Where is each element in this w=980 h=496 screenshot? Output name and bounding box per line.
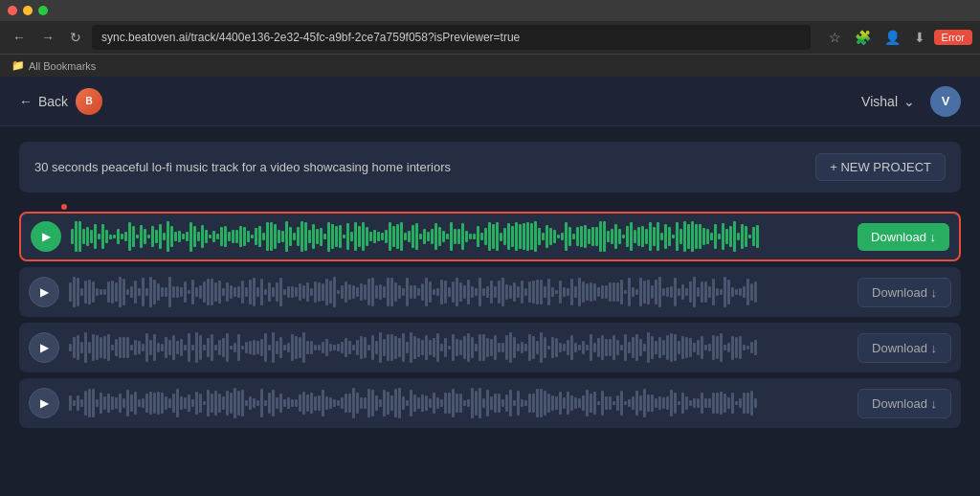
forward-nav-button[interactable]: → bbox=[36, 28, 59, 47]
waveform-bar bbox=[509, 390, 512, 417]
waveform-bar bbox=[473, 234, 476, 240]
waveform-bar bbox=[304, 222, 307, 252]
profile-button[interactable]: 👤 bbox=[880, 28, 905, 47]
waveform-bar bbox=[657, 222, 659, 250]
minimize-dot[interactable] bbox=[23, 6, 33, 15]
waveform-bar bbox=[253, 340, 256, 355]
waveform-bar bbox=[701, 336, 703, 359]
waveform-bar bbox=[88, 280, 91, 304]
waveform-bar bbox=[433, 393, 435, 413]
waveform-bar bbox=[186, 232, 189, 241]
waveform-bar bbox=[138, 399, 141, 408]
waveform-bar bbox=[383, 286, 386, 298]
track-row: ▶ Download ↓ bbox=[19, 323, 961, 372]
waveform-bar bbox=[674, 278, 677, 307]
waveform-bar bbox=[195, 287, 198, 298]
waveform-bar bbox=[479, 334, 481, 361]
waveform-bar bbox=[727, 397, 730, 408]
download-label-2: Download ↓ bbox=[872, 285, 937, 300]
download-button-1[interactable]: Download ↓ bbox=[858, 223, 949, 251]
waveform-bar bbox=[436, 288, 439, 296]
waveform-bar bbox=[203, 282, 206, 302]
waveform-bar bbox=[138, 341, 141, 354]
download-button-2[interactable]: Download ↓ bbox=[858, 278, 951, 307]
waveform-bar bbox=[115, 282, 118, 301]
waveform-bar bbox=[228, 232, 231, 242]
waveform-bar bbox=[643, 281, 646, 304]
waveform-bar bbox=[172, 286, 175, 298]
waveform-bar bbox=[643, 344, 646, 350]
waveform-bar bbox=[741, 224, 744, 249]
waveform-bar bbox=[471, 286, 474, 297]
waveform-bar bbox=[360, 336, 363, 359]
waveform-bar bbox=[578, 345, 581, 350]
waveform-bar bbox=[287, 343, 290, 353]
waveform-bar bbox=[612, 401, 615, 406]
waveform-bar bbox=[588, 229, 590, 244]
waveform-bar bbox=[546, 225, 548, 249]
waveform-bar bbox=[701, 393, 703, 413]
waveform-bar bbox=[157, 392, 160, 414]
play-button-4[interactable]: ▶ bbox=[29, 388, 59, 418]
waveform-bar bbox=[268, 345, 271, 350]
bookmark-button[interactable]: ☆ bbox=[824, 28, 846, 47]
chevron-down-icon: ⌄ bbox=[903, 94, 915, 109]
waveform-bar bbox=[578, 398, 581, 407]
close-dot[interactable] bbox=[8, 6, 17, 15]
waveform-bar bbox=[283, 289, 286, 296]
waveform-bar bbox=[651, 285, 654, 299]
waveform-bar bbox=[729, 226, 732, 248]
back-button[interactable]: ← Back bbox=[19, 94, 68, 109]
waveform-bar bbox=[521, 399, 523, 407]
waveform-bar bbox=[188, 333, 190, 362]
waveform-bar bbox=[142, 344, 145, 350]
waveform-bar bbox=[404, 233, 407, 239]
waveform-bar bbox=[563, 287, 566, 298]
play-button-2[interactable]: ▶ bbox=[29, 277, 59, 307]
waveform-bar bbox=[574, 343, 577, 351]
user-menu[interactable]: Vishal ⌄ bbox=[861, 94, 915, 109]
waveform-bar bbox=[149, 340, 152, 356]
waveform-bar bbox=[310, 393, 313, 414]
waveform-bar bbox=[714, 224, 717, 250]
waveform-bar bbox=[551, 287, 554, 296]
waveform-bar bbox=[165, 337, 167, 358]
waveform-bar bbox=[230, 285, 233, 298]
waveform-bar bbox=[417, 338, 420, 357]
new-project-button[interactable]: + NEW PROJECT bbox=[815, 153, 946, 181]
waveform-bar bbox=[655, 280, 657, 304]
waveform-bar bbox=[77, 278, 79, 306]
waveform-2 bbox=[69, 275, 848, 309]
download-button-3[interactable]: Download ↓ bbox=[858, 333, 951, 363]
waveform-bar bbox=[637, 227, 640, 247]
waveform-bar bbox=[429, 340, 432, 356]
waveform-bar bbox=[456, 394, 458, 412]
waveform-bar bbox=[375, 285, 378, 299]
play-button-1[interactable]: ▶ bbox=[31, 221, 61, 252]
waveform-bar bbox=[754, 398, 757, 409]
play-button-3[interactable]: ▶ bbox=[29, 332, 59, 363]
waveform-bar bbox=[438, 227, 441, 245]
waveform-bar bbox=[406, 400, 409, 405]
waveform-bar bbox=[515, 222, 518, 251]
download-button-4[interactable]: Download ↓ bbox=[858, 389, 951, 418]
waveform-bar bbox=[450, 222, 453, 250]
avatar[interactable]: V bbox=[930, 86, 961, 117]
waveform-bar bbox=[433, 289, 435, 295]
extensions-button[interactable]: 🧩 bbox=[850, 28, 876, 47]
download-nav-button[interactable]: ⬇ bbox=[909, 28, 930, 47]
waveform-bar bbox=[440, 399, 443, 407]
waveform-bar bbox=[494, 394, 497, 413]
waveform-bar bbox=[666, 396, 669, 411]
waveform-bar bbox=[712, 279, 715, 306]
waveform-3 bbox=[69, 330, 848, 365]
waveform-bar bbox=[168, 398, 171, 409]
waveform-bar bbox=[235, 230, 238, 244]
waveform-bar bbox=[406, 278, 409, 306]
address-bar[interactable] bbox=[92, 25, 811, 50]
waveform-bar bbox=[226, 333, 229, 362]
maximize-dot[interactable] bbox=[38, 6, 48, 15]
waveform-bar bbox=[222, 338, 225, 356]
back-nav-button[interactable]: ← bbox=[8, 28, 31, 47]
refresh-button[interactable]: ↻ bbox=[65, 28, 86, 47]
